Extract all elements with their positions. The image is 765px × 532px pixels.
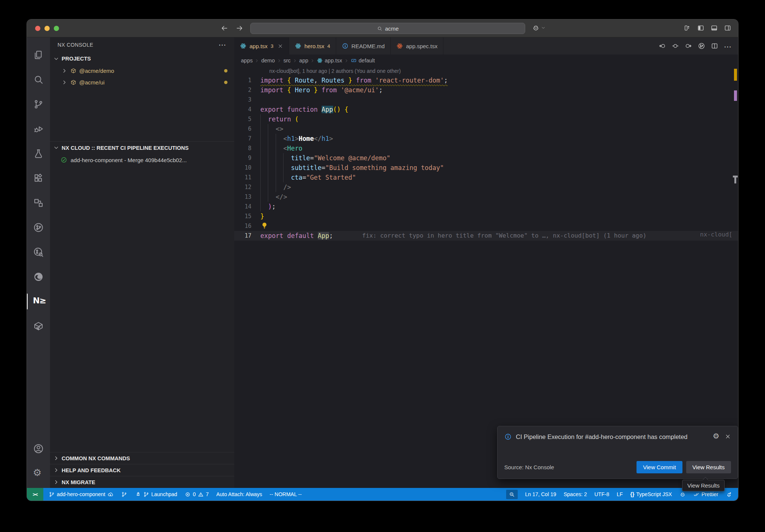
nav-forward-icon[interactable] — [236, 24, 244, 32]
activity-item-explorer[interactable] — [27, 43, 50, 67]
view-results-button[interactable]: View Results — [686, 461, 731, 473]
sidebar-more-icon[interactable]: ⋯ — [219, 40, 227, 49]
status-item-vim-mode[interactable]: -- NORMAL -- — [270, 491, 302, 497]
activity-item-settings[interactable]: ⚙ — [27, 461, 50, 486]
toggle-sidebar-icon[interactable] — [697, 24, 704, 32]
section-projects[interactable]: PROJECTS — [50, 52, 234, 65]
status-item-branch-status[interactable]: add-hero-component — [49, 491, 114, 498]
view-commit-button[interactable]: View Commit — [637, 461, 682, 473]
status-item-cursor-position[interactable]: Ln 17, Col 19 — [525, 491, 556, 497]
status-item-copilot[interactable] — [679, 491, 686, 498]
close-window-button[interactable] — [35, 26, 40, 31]
tab-label: hero.tsx — [304, 43, 324, 49]
graph-circle-icon[interactable] — [698, 42, 705, 50]
react-icon — [317, 58, 323, 64]
status-item-compare-branch[interactable] — [121, 491, 127, 498]
breadcrumb-label: apps — [241, 58, 253, 64]
status-text: Ln 17, Col 19 — [525, 491, 556, 497]
close-icon[interactable] — [725, 433, 731, 440]
project-label: @acme/demo — [79, 68, 114, 74]
activity-item-source-control[interactable] — [27, 92, 50, 117]
activity-item-containers[interactable] — [27, 314, 50, 338]
zoom-window-button[interactable] — [54, 26, 59, 31]
project-row[interactable]: @acme/demo — [50, 65, 234, 77]
copilot-menu[interactable] — [532, 24, 546, 32]
line-number: 15 — [234, 211, 260, 221]
toggle-secondary-sidebar-icon[interactable] — [724, 24, 731, 32]
modified-dot — [224, 69, 227, 72]
code-line-5: 5return ( — [234, 114, 738, 124]
breadcrumb-item-apps[interactable]: apps — [241, 58, 253, 64]
line-number: 11 — [234, 173, 260, 182]
activity-item-nx-cloud[interactable] — [27, 215, 50, 240]
status-item-eol[interactable]: LF — [617, 491, 623, 497]
status-item-zoom-indicator[interactable] — [506, 490, 518, 499]
line-content: } — [260, 211, 264, 221]
code-editor[interactable]: nx-cloud[bot], 1 hour ago | 2 authors (Y… — [234, 66, 738, 488]
status-item-notifications-bell[interactable] — [726, 491, 732, 498]
line-content: ); — [260, 202, 276, 211]
tab-README.md[interactable]: README.md — [336, 37, 391, 55]
activity-bar: N≥ ⚙ — [27, 37, 50, 488]
activity-item-search[interactable] — [27, 67, 50, 92]
split-editor-icon[interactable] — [711, 42, 718, 50]
source-control-icon — [33, 99, 44, 110]
minimize-window-button[interactable] — [44, 26, 50, 31]
section-common-nx-commands[interactable]: COMMON NX COMMANDS — [50, 452, 234, 464]
tab-app.tsx[interactable]: app.tsx3 — [234, 37, 289, 55]
activity-item-extensions[interactable] — [27, 166, 50, 191]
breadcrumb-item-demo[interactable]: demo — [261, 58, 275, 64]
breadcrumb-item-app.tsx[interactable]: app.tsx — [317, 58, 342, 64]
activity-item-project-graph[interactable] — [27, 191, 50, 215]
zoomout-icon — [509, 491, 515, 498]
accounts-icon — [33, 443, 44, 454]
section-nx-migrate[interactable]: NX MIGRATE — [50, 476, 234, 488]
checkdbl-icon — [693, 491, 700, 498]
breadcrumb-item-app[interactable]: app — [299, 58, 308, 64]
activity-item-accounts[interactable] — [27, 436, 50, 461]
nav-back-icon[interactable] — [220, 24, 228, 32]
status-item-encoding[interactable]: UTF-8 — [594, 491, 609, 497]
status-item-launchpad[interactable]: Launchpad — [135, 491, 177, 498]
status-item-language-mode[interactable]: {}TypeScript JSX — [630, 491, 672, 497]
status-item-problems[interactable]: 07 — [185, 491, 209, 498]
more-actions-icon[interactable]: ⋯ — [724, 42, 731, 50]
notification-settings-icon[interactable]: ⚙ — [713, 432, 719, 442]
problem-badge: 3 — [270, 43, 273, 49]
activity-item-edge-tools[interactable] — [27, 265, 50, 289]
section-help-and-feedback[interactable]: HELP AND FEEDBACK — [50, 464, 234, 476]
breadcrumb-item-src[interactable]: src — [284, 58, 291, 64]
status-item-indentation[interactable]: Spaces: 2 — [564, 491, 587, 497]
history-back-icon[interactable] — [659, 42, 666, 50]
search-icon — [33, 74, 44, 85]
activity-item-gitlens[interactable] — [27, 240, 50, 265]
remote-indicator[interactable]: >< — [27, 488, 43, 501]
pipeline-label: add-hero-component - Merge 409b44e5cb02.… — [71, 157, 187, 163]
section-nx-cloud[interactable]: NX CLOUD :: RECENT CI PIPELINE EXECUTION… — [50, 141, 234, 154]
line-number: 13 — [234, 192, 260, 202]
chevron-right-icon — [53, 479, 59, 485]
activity-item-nx-console[interactable]: N≥ — [27, 289, 50, 314]
history-forward-icon[interactable] — [685, 42, 692, 50]
warning-mark — [734, 69, 737, 81]
status-item-formatter[interactable]: Prettier — [693, 491, 718, 498]
react-icon — [240, 43, 247, 49]
extensions-icon — [33, 173, 44, 184]
overview-ruler[interactable] — [733, 66, 738, 488]
tab-app.spec.tsx[interactable]: app.spec.tsx — [391, 37, 443, 55]
line-content: export function App() { — [260, 105, 348, 114]
breadcrumb-item-default[interactable]: default — [351, 58, 375, 64]
activity-item-testing[interactable] — [27, 141, 50, 166]
status-item-auto-attach[interactable]: Auto Attach: Always — [216, 491, 262, 497]
history-current-icon[interactable] — [672, 42, 679, 50]
code-line-8: 8<Hero — [234, 143, 738, 153]
customize-layout-icon[interactable] — [684, 24, 691, 32]
pipeline-row[interactable]: add-hero-component - Merge 409b44e5cb02.… — [50, 154, 234, 166]
close-tab-icon[interactable] — [278, 43, 283, 49]
activity-item-run-debug[interactable] — [27, 117, 50, 141]
tab-hero.tsx[interactable]: hero.tsx4 — [289, 37, 336, 55]
toggle-panel-icon[interactable] — [710, 24, 718, 32]
project-row[interactable]: @acme/ui — [50, 77, 234, 88]
chevron-right-icon — [61, 79, 68, 86]
command-center-search[interactable]: acme — [250, 23, 525, 34]
